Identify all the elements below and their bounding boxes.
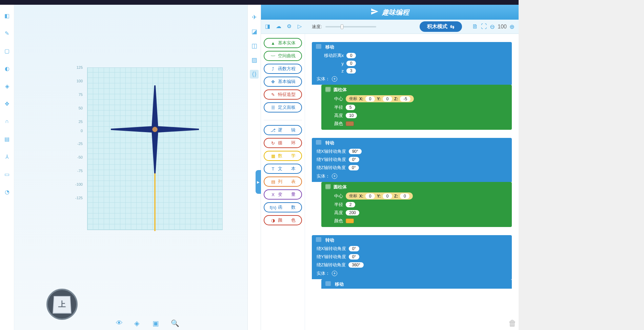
rot2-rz[interactable]: 360° (348, 262, 364, 268)
category-icon: ◑ (270, 218, 276, 223)
viewport[interactable]: 125 100 75 50 25 0 -25 -50 -75 -100 -125… (14, 5, 247, 330)
mode-switch-label: 积木模式 (427, 23, 447, 30)
add-entity-icon[interactable]: + (332, 271, 337, 276)
move2-title: 移动 (321, 279, 512, 289)
cylinder-block-2[interactable]: 圆柱体 中心 坐标 X:0 Y:0 Z:0 半径2 高度200 (321, 182, 512, 227)
category-icon: ✎ (270, 92, 276, 97)
category-特征造型[interactable]: ✎特征造型 (264, 89, 302, 100)
category-icon: 〰 (270, 53, 276, 59)
title-bar (0, 0, 519, 5)
add-entity-icon[interactable]: + (332, 76, 337, 82)
cyl1-coord[interactable]: 坐标 X:0 Y:0 Z:-5 (346, 95, 414, 102)
grid-plane (87, 67, 223, 230)
panel-collapse-handle[interactable]: ▶ (256, 170, 261, 194)
rotate-small-icon[interactable]: ▨ (250, 56, 259, 64)
block-workspace[interactable]: 移动 移动距离x0 y0 z3 实体：+ 圆柱体 中心 坐标 X:0 (305, 34, 519, 330)
category-基本编辑[interactable]: ✥基本编辑 (264, 77, 302, 87)
paint-view-icon[interactable]: ▣ (153, 319, 161, 327)
category-icon: ⎇ (270, 127, 276, 133)
tool-extra-icon[interactable]: ◔ (3, 188, 11, 196)
tool-palette-icon[interactable]: ◐ (3, 64, 11, 73)
cyl2-color[interactable] (346, 219, 354, 223)
category-文　　本[interactable]: T文 本 (264, 164, 302, 174)
puzzle-icon[interactable]: ◫ (250, 41, 259, 50)
cube-small-icon[interactable]: ◪ (250, 27, 259, 36)
category-函　　数[interactable]: f(n)函 数 (264, 202, 302, 212)
category-函数方程[interactable]: ⤴函数方程 (264, 64, 302, 74)
category-icon: ▲ (270, 40, 276, 46)
zoom-in-icon[interactable]: ⊕ (509, 23, 515, 30)
category-基本实体[interactable]: ▲基本实体 (264, 38, 302, 48)
zoom-out-icon[interactable]: ⊖ (490, 23, 495, 30)
cyl2-height[interactable]: 200 (346, 210, 359, 215)
cyl2-radius[interactable]: 2 (346, 202, 355, 207)
coding-ribbon: ◨ ☁ ⚙ ▷ 速度: 积木模式 ⇆ 🗎 ⛶ ⊖ 100 ⊕ (261, 20, 519, 34)
blocks-icon[interactable]: ◨ (265, 23, 273, 30)
cyl2-coord[interactable]: 坐标 X:0 Y:0 Z:0 (346, 192, 413, 200)
tool-cube-icon[interactable]: ◈ (3, 82, 11, 90)
tool-brush-icon[interactable]: ✎ (3, 29, 11, 37)
nested-move-block[interactable]: 移动 (321, 279, 512, 289)
swap-icon: ⇆ (450, 24, 455, 30)
category-变　　量[interactable]: X变 量 (264, 189, 302, 200)
rot2-rx[interactable]: 0° (349, 246, 359, 251)
category-空间曲线[interactable]: 〰空间曲线 (264, 51, 302, 61)
rotate-block-2[interactable]: 转动 绕X轴转动角度0° 绕Y轴转动角度0° 绕Z轴转动角度360° 实体：+ … (312, 235, 512, 289)
category-数　　学[interactable]: ▦数 学 (264, 151, 302, 161)
speed-label: 速度: (312, 24, 322, 30)
cyl1-radius[interactable]: 5 (346, 105, 355, 110)
move1-z-value[interactable]: 3 (346, 68, 356, 74)
cylinder-block-1[interactable]: 圆柱体 中心 坐标 X:0 Y:0 Z:-5 半径5 高度10 (321, 85, 512, 130)
cyl1-color[interactable] (346, 121, 354, 126)
zoom-search-icon[interactable]: 🔍 (171, 319, 179, 327)
rot1-ry[interactable]: 0° (349, 157, 359, 162)
rot1-rx[interactable]: 90° (349, 149, 362, 154)
speed-slider[interactable] (325, 26, 376, 27)
settings-icon[interactable]: ⚙ (287, 23, 294, 30)
move1-x-value[interactable]: 0 (346, 53, 356, 58)
category-icon: ⤴ (270, 66, 276, 71)
tool-axis-icon[interactable]: ⅄ (3, 152, 11, 161)
save-page-icon[interactable]: 🗎 (472, 23, 478, 30)
cube-view-icon[interactable]: ◈ (134, 319, 142, 327)
rotate-block-1[interactable]: 转动 绕X轴转动角度90° 绕Y轴转动角度0° 绕Z轴转动角度0° 实体：+ 圆… (312, 138, 512, 227)
left-toolbar: ◧ ✎ ▢ ◐ ◈ ✥ ∩ ▤ ⅄ ▭ ◔ (0, 5, 14, 330)
category-逻　　辑[interactable]: ⎇逻 辑 (264, 125, 302, 135)
view-orientation-cube[interactable]: 上 (46, 289, 78, 320)
tool-ruler-icon[interactable]: ▭ (3, 170, 11, 178)
tool-note-icon[interactable]: ▢ (3, 47, 11, 55)
coding-panel: 趣味编程 ◨ ☁ ⚙ ▷ 速度: 积木模式 ⇆ 🗎 ⛶ ⊖ 100 ⊕ (261, 5, 519, 330)
add-entity-icon[interactable]: + (332, 173, 337, 179)
category-icon: ✥ (270, 79, 276, 84)
editor-row: ▶ ▲基本实体〰空间曲线⤴函数方程✥基本编辑✎特征造型☰定义面板 ⎇逻 辑↻循 … (261, 34, 519, 330)
zoom-controls: 🗎 ⛶ ⊖ 100 ⊕ (472, 23, 515, 30)
category-颜　　色[interactable]: ◑颜 色 (264, 215, 302, 225)
mode-switch-button[interactable]: 积木模式 ⇆ (420, 21, 462, 32)
cyl1-height[interactable]: 10 (346, 113, 357, 118)
code-view-icon[interactable]: ⟨⟩ (250, 70, 259, 79)
category-列　　表[interactable]: ▤列 表 (264, 177, 302, 187)
tool-stack-icon[interactable]: ▤ (3, 135, 11, 143)
trash-icon[interactable]: 🗑 (508, 318, 517, 328)
category-循　　环[interactable]: ↻循 环 (264, 138, 302, 148)
category-icon: ↻ (270, 140, 276, 146)
move1-title: 移动 (312, 42, 512, 51)
tool-move-icon[interactable]: ✥ (3, 100, 11, 108)
category-icon: ☰ (270, 105, 276, 110)
move1-y-value[interactable]: 0 (346, 61, 356, 66)
zoom-value: 100 (498, 24, 507, 30)
category-icon: X (270, 192, 276, 197)
cloud-icon[interactable]: ☁ (276, 23, 283, 30)
rot1-rz[interactable]: 0° (348, 165, 359, 170)
visibility-icon[interactable]: 👁 (116, 319, 124, 327)
send-icon[interactable]: ✈ (250, 13, 259, 22)
category-定义面板[interactable]: ☰定义面板 (264, 102, 302, 112)
tool-shape-icon[interactable]: ◧ (3, 12, 11, 20)
tool-magnet-icon[interactable]: ∩ (3, 117, 11, 125)
rot2-ry[interactable]: 0° (349, 254, 359, 260)
move-block-1[interactable]: 移动 移动距离x0 y0 z3 实体：+ 圆柱体 中心 坐标 X:0 (312, 42, 512, 130)
category-icon: f(n) (270, 205, 276, 210)
cyl1-title: 圆柱体 (321, 85, 512, 94)
play-icon[interactable]: ▷ (298, 23, 305, 30)
fullscreen-icon[interactable]: ⛶ (481, 23, 487, 30)
